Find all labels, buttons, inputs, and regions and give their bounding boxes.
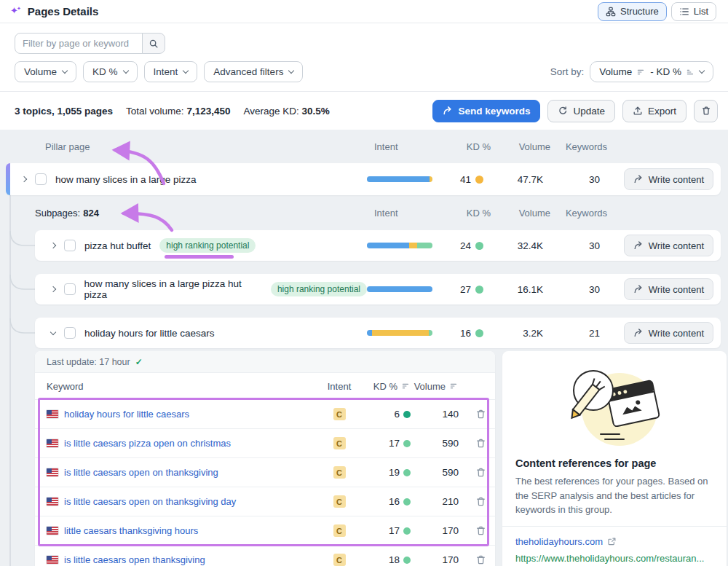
- trash-icon[interactable]: [475, 525, 486, 536]
- keyword-link[interactable]: holiday hours for little caesars: [47, 409, 325, 420]
- content-references-panel: Content references for page The best ref…: [502, 351, 727, 566]
- title-wrap: ✦✦ Pages Details: [10, 5, 98, 17]
- write-content-button[interactable]: Write content: [624, 168, 713, 190]
- kd-value: 18: [389, 554, 400, 565]
- keyword-link[interactable]: is little caesars open on thanksgiving d…: [47, 496, 325, 507]
- stats-actions: Send keywords Update Export: [432, 100, 718, 122]
- trash-icon[interactable]: [475, 496, 486, 507]
- us-flag-icon: [47, 527, 58, 535]
- us-flag-icon: [47, 439, 58, 447]
- search-button[interactable]: [142, 33, 165, 54]
- trash-cell: [459, 554, 488, 565]
- reference-item: theholidayhours.com https://www.theholid…: [515, 527, 713, 566]
- list-label: List: [694, 6, 708, 17]
- keyword-link[interactable]: little caesars thanksgiving hours: [47, 525, 325, 536]
- intent-column: Intent: [374, 208, 447, 219]
- kd-value: 17: [389, 438, 400, 449]
- trash-cell: [459, 496, 488, 507]
- intent-bar-cell: [367, 286, 440, 292]
- volume-column[interactable]: Volume: [411, 381, 459, 392]
- advanced-filters[interactable]: Advanced filters: [204, 61, 303, 82]
- row-checkbox[interactable]: [64, 283, 76, 295]
- subpage-row: how many slices in a large pizza hut piz…: [35, 274, 721, 304]
- expand-chevron-icon[interactable]: [51, 243, 55, 248]
- keywords-column: Keywords: [559, 208, 610, 219]
- trash-icon[interactable]: [475, 409, 486, 420]
- kd-dot: [403, 469, 411, 476]
- send-keywords-button[interactable]: Send keywords: [432, 100, 540, 122]
- volume-filter-label: Volume: [24, 66, 57, 77]
- stats-summary: 3 topics, 1,055 pages Total volume: 7,12…: [15, 106, 330, 117]
- reference-link[interactable]: theholidayhours.com: [515, 536, 617, 547]
- check-icon: ✓: [135, 357, 143, 367]
- write-content-button[interactable]: Write content: [624, 278, 713, 300]
- commercial-intent-badge: C: [333, 437, 346, 449]
- structure-view-button[interactable]: Structure: [598, 2, 667, 21]
- subpage-row-title[interactable]: pizza hut buffet: [84, 240, 151, 251]
- keywords-cell: 30: [552, 174, 603, 185]
- keyword-text: is little caesars pizza open on christma…: [64, 438, 231, 449]
- volume-cell: 47.7K: [486, 174, 552, 185]
- keyword-text: is little caesars open on thanksgiving: [64, 467, 218, 478]
- keyword-link[interactable]: is little caesars open thanksgiving: [47, 554, 325, 565]
- row-checkbox[interactable]: [64, 327, 76, 339]
- commercial-intent-badge: C: [333, 408, 346, 420]
- subpage-row-title[interactable]: holiday hours for little caesars: [84, 328, 215, 339]
- collapse-chevron-icon[interactable]: [51, 332, 55, 334]
- subpages-count: Subpages: 824: [35, 208, 374, 219]
- kd-column[interactable]: KD %: [354, 381, 411, 392]
- external-link-icon: [607, 537, 617, 546]
- update-button[interactable]: Update: [547, 100, 615, 122]
- row-checkbox[interactable]: [64, 240, 76, 251]
- pillar-accent-bar: [6, 163, 10, 195]
- kd-value: 24: [460, 240, 471, 251]
- intent-bar: [367, 176, 432, 182]
- volume-cell: 210: [411, 496, 459, 507]
- kd-column: KD %: [447, 208, 494, 219]
- kd-filter[interactable]: KD %: [83, 61, 138, 82]
- kd-cell: 27: [440, 284, 486, 295]
- trash-icon[interactable]: [475, 554, 486, 565]
- pillar-page-column: Pillar page: [35, 141, 374, 152]
- row-checkbox[interactable]: [35, 173, 47, 185]
- write-content-button[interactable]: Write content: [624, 235, 713, 256]
- keyword-text: little caesars thanksgiving hours: [64, 525, 198, 536]
- us-flag-icon: [47, 468, 58, 476]
- keywords-column: Keywords: [559, 141, 610, 152]
- trash-icon[interactable]: [475, 438, 486, 449]
- average-kd-label: Average KD:: [243, 106, 298, 117]
- volume-cell: 170: [411, 525, 459, 536]
- sort-by-dropdown[interactable]: Volume - KD %: [590, 61, 713, 82]
- sort-second-label: - KD %: [650, 66, 681, 77]
- action-cell: Write content: [603, 322, 713, 344]
- keyword-link[interactable]: is little caesars open on thanksgiving: [47, 467, 325, 478]
- expand-chevron-icon[interactable]: [22, 177, 26, 181]
- write-content-button[interactable]: Write content: [624, 322, 713, 344]
- sparkle-icon: ✦✦: [10, 6, 23, 15]
- keyword-link[interactable]: is little caesars pizza open on christma…: [47, 438, 325, 449]
- pillar-row-title[interactable]: how many slices in a large pizza: [55, 174, 197, 185]
- subpages-count-value: 824: [83, 208, 99, 219]
- commercial-intent-badge: C: [333, 524, 346, 537]
- volume-filter[interactable]: Volume: [15, 61, 76, 82]
- filter-search-row: [15, 33, 713, 54]
- kd-cell: 6: [354, 409, 411, 420]
- trash-icon[interactable]: [475, 467, 486, 478]
- list-view-button[interactable]: List: [671, 2, 716, 21]
- expand-chevron-icon[interactable]: [51, 287, 55, 291]
- subpage-row-main: how many slices in a large pizza hut piz…: [35, 278, 367, 300]
- kd-cell: 17: [354, 438, 411, 449]
- subpage-row-title[interactable]: how many slices in a large pizza hut piz…: [84, 278, 262, 300]
- intent-filter[interactable]: Intent: [144, 61, 198, 82]
- kd-value: 19: [389, 467, 400, 478]
- reference-url[interactable]: https://www.theholidayhours.com/restaura…: [515, 553, 713, 564]
- commercial-intent-badge: C: [333, 554, 346, 566]
- write-content-label: Write content: [649, 240, 704, 251]
- delete-button[interactable]: [694, 100, 718, 122]
- keyword-text: is little caesars open on thanksgiving d…: [64, 496, 236, 507]
- search-input[interactable]: [15, 33, 143, 54]
- send-keywords-label: Send keywords: [458, 106, 530, 117]
- app-header: ✦✦ Pages Details Structure List: [0, 0, 728, 23]
- export-button[interactable]: Export: [622, 100, 687, 122]
- send-arrow-icon: [443, 106, 453, 116]
